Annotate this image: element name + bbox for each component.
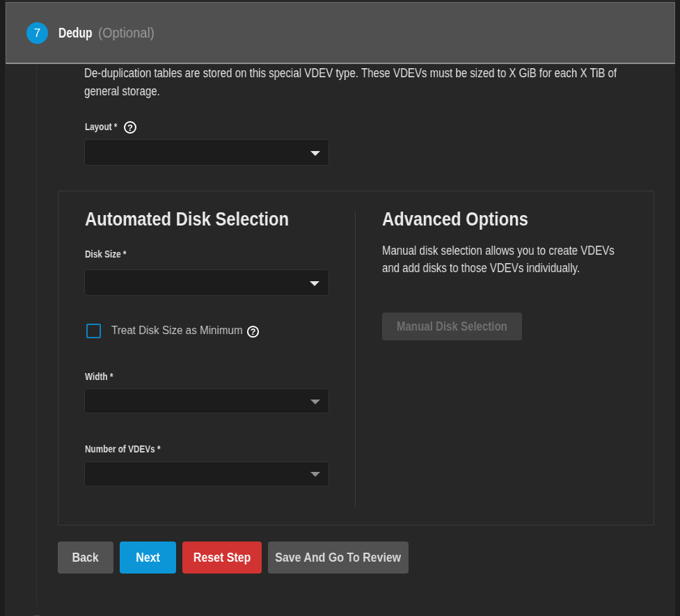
svg-text:?: ?: [251, 327, 256, 337]
svg-text:?: ?: [127, 123, 133, 133]
